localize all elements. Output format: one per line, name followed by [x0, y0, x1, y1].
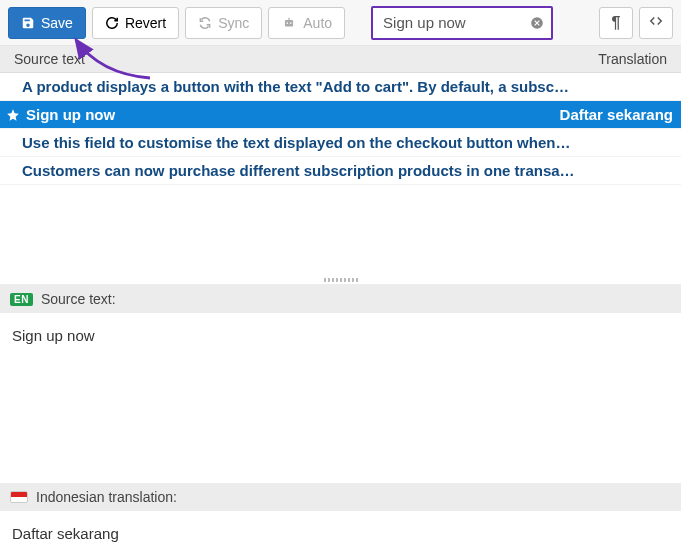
string-row[interactable]: Sign up nowDaftar sekarang — [0, 101, 681, 129]
string-row[interactable]: Customers can now purchase different sub… — [0, 157, 681, 185]
row-source: Use this field to customise the text dis… — [22, 134, 673, 151]
row-source: Customers can now purchase different sub… — [22, 162, 673, 179]
source-panel-label: Source text: — [41, 291, 116, 307]
translation-panel-header: Indonesian translation: — [0, 483, 681, 511]
save-label: Save — [41, 15, 73, 31]
sync-button[interactable]: Sync — [185, 7, 262, 39]
column-headers: Source text Translation — [0, 46, 681, 73]
sync-label: Sync — [218, 15, 249, 31]
string-row[interactable]: Use this field to customise the text dis… — [0, 129, 681, 157]
toolbar: Save Revert Sync Auto ¶ — [0, 0, 681, 46]
revert-button[interactable]: Revert — [92, 7, 179, 39]
source-text-value: Sign up now — [0, 313, 681, 483]
save-button[interactable]: Save — [8, 7, 86, 39]
search-input[interactable] — [373, 8, 523, 37]
splitter-handle[interactable] — [322, 277, 360, 283]
robot-icon — [281, 16, 297, 30]
svg-rect-0 — [285, 20, 293, 26]
row-source: Sign up now — [26, 106, 550, 123]
save-icon — [21, 16, 35, 30]
auto-button[interactable]: Auto — [268, 7, 345, 39]
row-translation: Daftar sekarang — [550, 106, 673, 123]
string-list: A product displays a button with the tex… — [0, 73, 681, 185]
en-badge: EN — [10, 293, 33, 306]
pilcrow-button[interactable]: ¶ — [599, 7, 633, 39]
svg-point-2 — [290, 22, 292, 24]
code-icon — [648, 14, 664, 31]
translation-panel-label: Indonesian translation: — [36, 489, 177, 505]
column-source: Source text — [14, 51, 598, 67]
id-flag-icon — [10, 491, 28, 503]
pilcrow-icon: ¶ — [612, 14, 621, 32]
row-source: A product displays a button with the tex… — [22, 78, 673, 95]
search-box — [371, 6, 553, 40]
translation-text-value[interactable]: Daftar sekarang — [0, 511, 681, 550]
revert-icon — [105, 16, 119, 30]
string-row[interactable]: A product displays a button with the tex… — [0, 73, 681, 101]
revert-label: Revert — [125, 15, 166, 31]
code-button[interactable] — [639, 7, 673, 39]
column-translation: Translation — [598, 51, 667, 67]
list-gap — [0, 185, 681, 285]
sync-icon — [198, 16, 212, 30]
star-icon — [6, 108, 20, 122]
svg-point-1 — [287, 22, 289, 24]
auto-label: Auto — [303, 15, 332, 31]
clear-search-icon[interactable] — [523, 16, 551, 30]
source-panel-header: EN Source text: — [0, 285, 681, 313]
